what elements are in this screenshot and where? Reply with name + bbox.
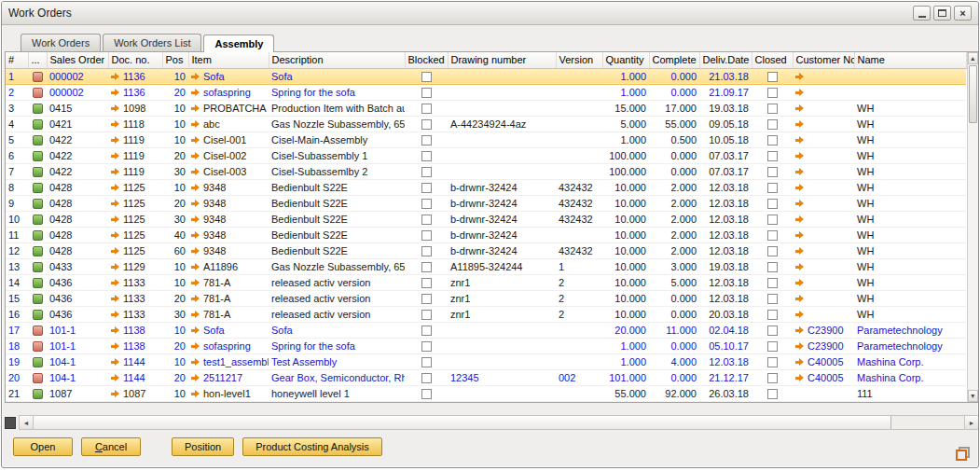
link-arrow-icon[interactable]: [795, 263, 805, 271]
link-arrow-icon[interactable]: [795, 231, 805, 240]
version-cell[interactable]: [556, 132, 602, 147]
deliv-date-cell[interactable]: 12.03.18: [699, 179, 752, 195]
item-cell[interactable]: 9348: [188, 242, 269, 258]
description-cell[interactable]: Bedienbult S22E: [269, 242, 405, 258]
row-number[interactable]: 8: [6, 179, 28, 195]
customer-name-cell[interactable]: Parametechnology: [854, 338, 966, 353]
row-number[interactable]: 17: [6, 322, 28, 338]
pos-cell[interactable]: 10: [162, 258, 188, 274]
scroll-down-button[interactable]: ▼: [968, 390, 979, 402]
description-cell[interactable]: Gas Nozzle Subassembly, 65-50: [269, 258, 405, 274]
complete-cell[interactable]: 0.000: [649, 290, 699, 306]
item-cell[interactable]: Cisel-002: [188, 147, 269, 163]
sales-order-cell[interactable]: 1087: [47, 385, 108, 401]
item-cell[interactable]: hon-level1: [188, 385, 269, 401]
customer-no-cell[interactable]: [793, 100, 854, 116]
sales-order-cell[interactable]: 104-1: [47, 369, 108, 385]
item-cell[interactable]: A11896: [188, 258, 269, 274]
version-cell[interactable]: 002: [556, 369, 602, 385]
blocked-checkbox[interactable]: [421, 183, 432, 193]
deliv-date-cell[interactable]: 12.03.18: [699, 227, 752, 242]
doc-no-cell[interactable]: 1138: [108, 322, 162, 338]
version-cell[interactable]: 1: [556, 258, 602, 274]
column-header-qty[interactable]: Quantity: [602, 52, 649, 68]
deliv-date-cell[interactable]: 05.10.17: [699, 338, 752, 353]
description-cell[interactable]: Spring for the sofa: [269, 84, 405, 100]
column-header-doc[interactable]: Doc. no.: [108, 52, 162, 68]
work-order-row[interactable]: 18101-1113820sofaspringSpring for the so…: [6, 338, 966, 353]
sales-order-cell[interactable]: 101-1: [47, 338, 108, 353]
pos-cell[interactable]: 10: [162, 68, 188, 84]
customer-name-cell[interactable]: WH: [854, 147, 966, 163]
description-cell[interactable]: Gear Box, Semiconductor, Rhx: [269, 369, 405, 385]
description-cell[interactable]: released activ version: [269, 290, 405, 306]
blocked-checkbox[interactable]: [421, 262, 432, 272]
work-order-row[interactable]: 20104-11144202511217Gear Box, Semiconduc…: [6, 369, 966, 385]
complete-cell[interactable]: 55.000: [649, 116, 699, 132]
item-cell[interactable]: abc: [188, 116, 269, 132]
closed-checkbox[interactable]: [767, 104, 778, 114]
vertical-scroll-track[interactable]: [968, 64, 979, 390]
drawing-number-cell[interactable]: A-44234924-4az: [448, 116, 556, 132]
cancel-button[interactable]: Cancel: [81, 437, 141, 456]
version-cell[interactable]: [556, 100, 602, 116]
customer-name-cell[interactable]: WH: [854, 132, 966, 147]
column-header-closed[interactable]: Closed: [752, 52, 793, 68]
work-order-row[interactable]: 2000002113620sofaspringSpring for the so…: [6, 84, 966, 100]
work-order-row[interactable]: 904281125209348Bedienbult S22Eb-drwnr-32…: [6, 195, 966, 211]
horizontal-scroll-thumb[interactable]: [34, 416, 891, 429]
link-arrow-icon[interactable]: [191, 152, 200, 160]
pos-cell[interactable]: 10: [162, 116, 188, 132]
quantity-cell[interactable]: 10.000: [602, 258, 649, 274]
closed-checkbox[interactable]: [767, 326, 778, 336]
drawing-number-cell[interactable]: [448, 100, 556, 116]
blocked-checkbox[interactable]: [421, 215, 432, 225]
title-bar[interactable]: Work Orders ×: [2, 2, 978, 25]
quantity-cell[interactable]: 10.000: [602, 179, 649, 195]
description-cell[interactable]: Bedienbult S22E: [269, 211, 405, 227]
sales-order-cell[interactable]: 0428: [47, 211, 108, 227]
blocked-checkbox[interactable]: [421, 326, 432, 336]
link-arrow-icon[interactable]: [191, 390, 200, 398]
row-number[interactable]: 15: [6, 290, 28, 306]
blocked-checkbox[interactable]: [421, 151, 432, 161]
link-arrow-icon[interactable]: [795, 279, 805, 287]
link-arrow-icon[interactable]: [111, 215, 120, 224]
customer-name-cell[interactable]: WH: [854, 306, 966, 322]
doc-no-cell[interactable]: 1118: [108, 116, 162, 132]
customer-no-cell[interactable]: [793, 68, 854, 84]
customer-name-cell[interactable]: Mashina Corp.: [854, 369, 966, 385]
row-number[interactable]: 3: [6, 100, 28, 116]
doc-no-cell[interactable]: 1133: [108, 290, 162, 306]
deliv-date-cell[interactable]: 21.03.18: [699, 68, 752, 84]
link-arrow-icon[interactable]: [191, 168, 200, 176]
closed-checkbox[interactable]: [767, 373, 778, 383]
drawing-number-cell[interactable]: b-drwnr-32424: [448, 227, 556, 242]
link-arrow-icon[interactable]: [191, 120, 200, 129]
blocked-checkbox[interactable]: [421, 88, 432, 98]
closed-checkbox[interactable]: [767, 215, 778, 225]
link-arrow-icon[interactable]: [111, 390, 120, 398]
work-order-row[interactable]: 150436113320781-Areleased activ versionz…: [6, 290, 966, 306]
link-arrow-icon[interactable]: [795, 200, 805, 208]
description-cell[interactable]: Bedienbult S22E: [269, 195, 405, 211]
doc-no-cell[interactable]: 1087: [108, 385, 162, 401]
blocked-checkbox[interactable]: [421, 72, 432, 82]
pos-cell[interactable]: 20: [162, 84, 188, 100]
column-header-item[interactable]: Item: [188, 52, 269, 68]
sales-order-cell[interactable]: 0428: [47, 195, 108, 211]
version-cell[interactable]: [556, 116, 602, 132]
doc-no-cell[interactable]: 1136: [108, 84, 162, 100]
customer-name-cell[interactable]: WH: [854, 195, 966, 211]
column-header-complete[interactable]: Complete: [649, 52, 699, 68]
blocked-checkbox[interactable]: [421, 294, 432, 304]
item-cell[interactable]: Sofa: [188, 322, 269, 338]
item-cell[interactable]: 2511217: [188, 369, 269, 385]
pos-cell[interactable]: 10: [162, 274, 188, 290]
customer-no-cell[interactable]: [793, 163, 854, 179]
deliv-date-cell[interactable]: 12.03.18: [699, 242, 752, 258]
customer-name-cell[interactable]: WH: [854, 116, 966, 132]
product-costing-analysis-button[interactable]: Product Costing Analysis: [242, 437, 382, 456]
row-number[interactable]: 10: [6, 211, 28, 227]
item-cell[interactable]: 781-A: [188, 306, 269, 322]
